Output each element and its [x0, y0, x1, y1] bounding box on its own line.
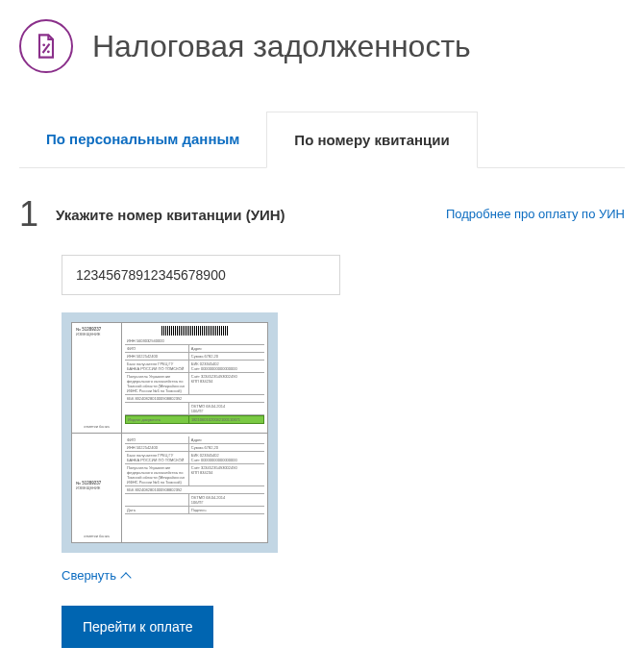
help-link-uin[interactable]: Подробнее про оплату по УИН — [446, 197, 625, 221]
receipt-addr: Адрес — [189, 345, 264, 352]
step-left: 1 Укажите номер квитанции (УИН) — [19, 197, 285, 232]
proceed-payment-button[interactable]: Перейти к оплате — [62, 606, 213, 648]
svg-point-0 — [42, 43, 45, 46]
tab-receipt-number[interactable]: По номеру квитанции — [266, 112, 477, 168]
receipt-line: БИК 023345402Счёт 00000000000000000 — [189, 361, 264, 372]
receipt-notice-bottom: ИЗВЕЩЕНИЕ — [76, 485, 117, 490]
step-header: 1 Укажите номер квитанции (УИН) Подробне… — [19, 197, 625, 232]
receipt-line: КБК 8324082801000908802392 — [125, 486, 264, 494]
tab-content: 1 Укажите номер квитанции (УИН) Подробне… — [0, 168, 644, 672]
receipt-line: Банк получателя ГРКЦ ГУБАНКА РОССИИ ПО Т… — [125, 452, 189, 463]
receipt-line: ИНН 5603032940000 — [125, 337, 264, 345]
step-number: 1 — [19, 197, 38, 232]
receipt-sum: Сумма 6782,20 — [189, 353, 264, 360]
chevron-up-icon — [120, 572, 131, 583]
receipt-line: ИНН 5022542400 — [125, 353, 189, 360]
collapse-label: Свернуть — [62, 568, 116, 583]
bank-marks-top: отметки банка — [76, 424, 117, 429]
svg-point-1 — [47, 50, 50, 53]
tab-personal-data[interactable]: По персональным данным — [19, 112, 266, 167]
barcode-icon — [161, 326, 229, 336]
receipt-sum-b: Сумма 6782,20 — [189, 444, 264, 451]
receipt-notice-top: ИЗВЕЩЕНИЕ — [76, 332, 117, 336]
receipt-line: ИНН 5022542400 — [125, 444, 189, 451]
receipt-line: Счёт 32345235493002490КПП 834234 — [189, 373, 264, 394]
receipt-sign: Подпись — [189, 507, 264, 513]
receipt-date: Дата — [125, 507, 189, 513]
receipt-line: БИК 023345402Счёт 00000000000000000 — [189, 452, 264, 463]
step-title: Укажите номер квитанции (УИН) — [56, 207, 285, 223]
bank-marks-bottom: отметки банка — [76, 534, 117, 538]
receipt-line — [125, 403, 189, 414]
receipt-line — [125, 494, 189, 506]
receipt-line: КБК 8324082801000908802392 — [125, 395, 264, 403]
page-title: Налоговая задолженность — [92, 29, 471, 64]
receipt-line: Получатель Управлениефедерального казнач… — [125, 373, 189, 394]
collapse-toggle[interactable]: Свернуть — [62, 568, 130, 583]
receipt-addr-b: Адрес — [189, 436, 264, 443]
receipt-line: ОКТМО 68.04.2014106/ПГ — [189, 494, 264, 506]
receipt-fio: ФИО — [125, 345, 189, 352]
receipt-line: Получатель Управлениефедерального казнач… — [125, 464, 189, 485]
receipt-line: Счёт 32345235493002490КПП 834234 — [189, 464, 264, 485]
receipt-fio-b: ФИО — [125, 436, 189, 443]
receipt-sample-image: № 51289237 ИЗВЕЩЕНИЕ отметки банка ИНН 5… — [62, 312, 278, 553]
tabs-container: По персональным данным По номеру квитанц… — [19, 112, 625, 168]
receipt-highlight-uin: Индекс документа 18210601020042100110671 — [125, 415, 264, 424]
receipt-line: Банк получателя ГРКЦ ГУБАНКА РОССИИ ПО Т… — [125, 361, 189, 372]
form-section: № 51289237 ИЗВЕЩЕНИЕ отметки банка ИНН 5… — [19, 255, 625, 648]
uin-input[interactable] — [62, 255, 340, 295]
document-percent-icon — [19, 19, 73, 73]
receipt-paper: № 51289237 ИЗВЕЩЕНИЕ отметки банка ИНН 5… — [71, 322, 268, 543]
receipt-line: ОКТМО 68.04.2014106/ПГ — [189, 403, 264, 414]
receipt-highlight-value: 18210601020042100110671 — [189, 416, 263, 423]
page-header: Налоговая задолженность — [0, 0, 644, 92]
receipt-index-doc: Индекс документа — [126, 416, 189, 423]
